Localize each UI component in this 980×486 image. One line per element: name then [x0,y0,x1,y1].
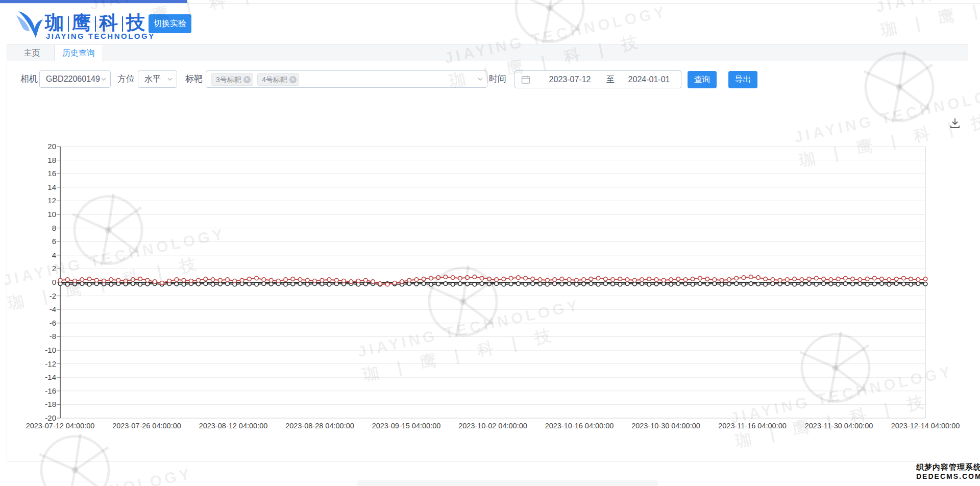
camera-select-value: GBD22060149 [46,71,100,87]
date-end-input[interactable]: 2024-01-01 [620,71,678,88]
top-divider [0,3,980,4]
tab-bar: 主页 历史查询 [7,45,968,61]
app-header: 珈鹰科技 JIAYING TECHNOLOGY 切换实验 [0,3,980,44]
watermark-text-en: JIAYING TECHNOLOGY [0,465,194,486]
watermark-fragment [357,480,658,486]
direction-label: 方位 [117,70,135,88]
chevron-down-icon [167,77,173,82]
camera-select[interactable]: GBD22060149 [39,70,111,88]
brand-name-en: JIAYING TECHNOLOGY [46,32,155,40]
target-tag: 3号标靶 ✕ [211,73,253,86]
tab-home[interactable]: 主页 [10,45,55,61]
switch-experiment-button[interactable]: 切换实验 [149,14,191,33]
target-multiselect[interactable]: 3号标靶 ✕ 4号标靶 ✕ [206,70,487,88]
date-range-picker[interactable]: 2023-07-12 至 2024-01-01 [514,70,681,88]
brand-bird-icon [15,8,44,42]
tab-history-query[interactable]: 历史查询 [55,45,103,62]
chevron-down-icon [101,77,106,82]
target-tag: 4号标靶 ✕ [257,73,299,86]
direction-select[interactable]: 水平 [138,70,177,88]
target-label: 标靶 [185,70,203,88]
calendar-icon [521,75,530,86]
content-card: 主页 历史查询 [7,44,968,461]
direction-select-value: 水平 [144,71,161,87]
export-button[interactable]: 导出 [728,71,757,88]
tag-close-icon[interactable]: ✕ [289,76,297,83]
query-button[interactable]: 查询 [688,71,717,88]
save-as-image-icon[interactable] [948,116,964,132]
date-range-separator: 至 [603,71,618,88]
time-label: 时间 [489,70,506,88]
chevron-down-icon [478,77,483,82]
cms-stamp: 织梦内容管理系统 DEDECMS.COM [916,463,980,480]
date-start-input[interactable]: 2023-07-12 [541,71,599,88]
tag-close-icon[interactable]: ✕ [243,76,251,83]
camera-label: 相机 [20,70,38,88]
